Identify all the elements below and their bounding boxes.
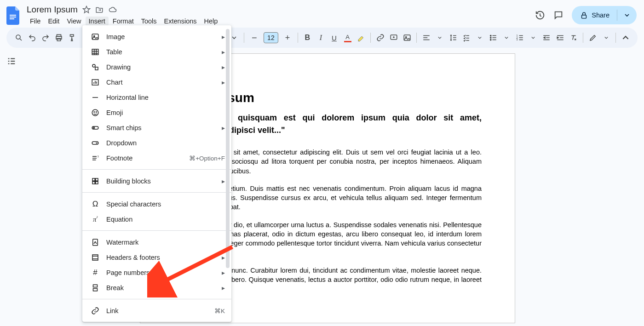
svg-point-20: [92, 64, 95, 67]
search-menus-icon[interactable]: [13, 31, 24, 44]
insert-emoji[interactable]: Emoji: [82, 105, 231, 120]
collapse-toolbar-icon[interactable]: [620, 31, 631, 44]
add-comment-icon[interactable]: [388, 31, 399, 44]
menu-file[interactable]: File: [27, 17, 44, 26]
equation-icon: π²: [91, 215, 100, 224]
menu-extensions[interactable]: Extensions: [161, 17, 200, 26]
menu-insert[interactable]: Insert: [86, 17, 109, 26]
bold-icon[interactable]: B: [302, 31, 313, 44]
insert-special-characters[interactable]: ΩSpecial characters: [82, 196, 231, 212]
menu-item-label: Building blocks: [106, 177, 222, 185]
history-icon[interactable]: [535, 10, 545, 20]
line-spacing-icon[interactable]: [447, 31, 459, 44]
insert-watermark[interactable]: Watermark: [82, 234, 231, 250]
clear-formatting-icon[interactable]: [568, 31, 579, 44]
menu-item-label: Link: [106, 307, 214, 315]
drawing-icon: [91, 63, 100, 72]
insert-smart-chips[interactable]: Smart chips▸: [82, 120, 231, 135]
menu-view[interactable]: View: [63, 17, 84, 26]
menu-item-label: Image: [106, 33, 222, 40]
move-folder-icon[interactable]: [95, 6, 104, 14]
insert-table[interactable]: Table▸: [82, 44, 231, 59]
underline-icon[interactable]: U: [328, 31, 340, 44]
highlight-icon[interactable]: [355, 31, 367, 44]
chevron-down-icon[interactable]: [600, 31, 612, 44]
building-blocks-icon: [91, 177, 100, 186]
increase-indent-icon[interactable]: [554, 31, 566, 44]
menu-item-label: Headers & footers: [106, 254, 222, 261]
menu-item-label: Smart chips: [106, 124, 222, 132]
insert-break[interactable]: Break▸: [82, 280, 231, 295]
comments-icon[interactable]: [553, 10, 564, 20]
menu-edit[interactable]: Edit: [45, 17, 63, 26]
insert-headers-footers[interactable]: Headers & footers▸: [82, 250, 231, 265]
chevron-down-icon[interactable]: [501, 31, 512, 44]
share-label: Share: [592, 11, 610, 19]
submenu-arrow-icon: ▸: [222, 33, 225, 40]
paint-format-icon[interactable]: [66, 31, 78, 44]
insert-image[interactable]: Image▸: [82, 29, 231, 44]
svg-point-12: [490, 37, 491, 38]
checklist-icon[interactable]: [460, 31, 472, 44]
menu-item-label: Drawing: [106, 63, 222, 71]
document-title[interactable]: Lorem Ipsum: [27, 5, 78, 15]
insert-drawing[interactable]: Drawing▸: [82, 59, 231, 74]
bulleted-list-icon[interactable]: [488, 31, 499, 44]
decrease-font-icon[interactable]: −: [248, 31, 261, 44]
insert-dropdown[interactable]: Dropdown: [82, 135, 231, 150]
font-size-input[interactable]: [264, 32, 278, 43]
undo-icon[interactable]: [26, 31, 38, 44]
italic-icon[interactable]: I: [315, 31, 327, 44]
chevron-down-icon[interactable]: [528, 31, 539, 44]
redo-icon[interactable]: [40, 31, 51, 44]
svg-rect-0: [10, 15, 16, 16]
svg-text:3: 3: [517, 38, 518, 41]
emoji-icon: [91, 108, 100, 117]
increase-font-icon[interactable]: +: [281, 31, 294, 44]
svg-rect-34: [93, 239, 98, 246]
submenu-arrow-icon: ▸: [222, 177, 225, 185]
svg-rect-2: [10, 18, 14, 19]
menu-format[interactable]: Format: [109, 17, 137, 26]
share-caret-icon[interactable]: [621, 13, 633, 17]
smart-chips-icon: [91, 123, 100, 132]
headers-footers-icon: [91, 253, 100, 262]
insert-chart[interactable]: Chart▸: [82, 74, 231, 90]
share-button[interactable]: Share: [572, 6, 637, 24]
text-color-icon[interactable]: A: [342, 31, 353, 44]
docs-app-icon[interactable]: [6, 6, 22, 25]
print-icon[interactable]: [53, 31, 64, 44]
insert-building-blocks[interactable]: Building blocks▸: [82, 173, 231, 189]
chevron-down-icon[interactable]: [474, 31, 486, 44]
insert-horizontal-line[interactable]: Horizontal line: [82, 90, 231, 105]
insert-image-icon[interactable]: [401, 31, 413, 44]
insert-link[interactable]: Link⌘K: [82, 303, 231, 318]
svg-rect-17: [92, 34, 98, 40]
svg-rect-35: [92, 255, 98, 260]
chart-icon: [91, 78, 100, 87]
special-chars-icon: Ω: [91, 200, 100, 209]
insert-menu-dropdown: Image▸Table▸Drawing▸Chart▸Horizontal lin…: [82, 25, 231, 322]
insert-page-numbers[interactable]: #Page numbers▸: [82, 265, 231, 280]
numbered-list-icon[interactable]: 123: [514, 31, 526, 44]
footnote-icon: 1: [91, 154, 100, 163]
menu-item-label: Chart: [106, 79, 222, 86]
menu-help[interactable]: Help: [201, 17, 221, 26]
insert-footnote[interactable]: 1Footnote⌘+Option+F: [82, 150, 231, 166]
title-bar: Lorem Ipsum File Edit View Insert Format…: [0, 0, 644, 28]
link-icon: [91, 306, 100, 315]
lock-icon: [580, 11, 588, 19]
star-icon[interactable]: [82, 6, 91, 14]
submenu-arrow-icon: ▸: [222, 269, 225, 276]
submenu-arrow-icon: ▸: [222, 79, 225, 86]
insert-link-icon[interactable]: [374, 31, 386, 44]
menu-tools[interactable]: Tools: [138, 17, 160, 26]
decrease-indent-icon[interactable]: [541, 31, 552, 44]
insert-equation[interactable]: π²Equation: [82, 212, 231, 227]
table-icon: [91, 47, 100, 57]
cloud-status-icon[interactable]: [108, 6, 117, 14]
editing-mode-icon[interactable]: [587, 31, 598, 44]
align-icon[interactable]: [420, 31, 432, 44]
submenu-arrow-icon: ▸: [222, 63, 225, 71]
chevron-down-icon[interactable]: [434, 31, 445, 44]
